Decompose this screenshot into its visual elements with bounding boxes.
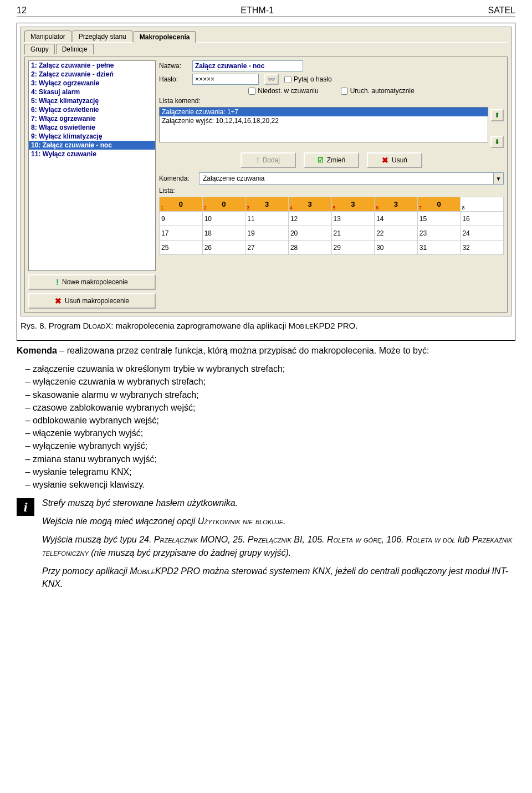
grid-cell[interactable]: 63 [375,197,418,212]
x-icon: ✖ [55,296,62,305]
grid-cell[interactable]: 31 [417,241,461,255]
grid-cell[interactable]: 27 [245,241,289,255]
bullet-item: załączenie czuwania w określonym trybie … [38,362,515,375]
change-label: Zmień [327,156,345,164]
grid-cell[interactable]: 11 [245,212,289,226]
macro-item[interactable]: 1: Załącz czuwanie - pełne [29,61,155,70]
grid-cell[interactable]: 21 [331,226,375,241]
uruch-label: Uruch. automatycznie [350,87,415,95]
info-icon: i [17,498,34,516]
bullet-item: odblokowanie wybranych wejść; [38,414,515,427]
macro-item[interactable]: 11: Wyłącz czuwanie [29,150,155,158]
macro-item[interactable]: 4: Skasuj alarm [29,88,155,96]
new-macro-button[interactable]: ! Nowe makropolecenie [28,274,156,290]
macro-listbox[interactable]: 1: Załącz czuwanie - pełne2: Załącz czuw… [28,60,156,271]
chevron-down-icon: ▼ [493,173,503,184]
note-1: Strefy muszą być sterowane hasłem użytko… [42,497,515,509]
note-text: Strefy muszą być sterowane hasłem użytko… [42,497,515,596]
macro-item[interactable]: 2: Załącz czuwanie - dzień [29,70,155,79]
add-button[interactable]: ! Dodaj [241,152,296,168]
bullet-list: załączenie czuwania w określonym trybie … [17,362,515,491]
grid-cell[interactable]: 16 [461,212,504,226]
grid-cell[interactable]: 24 [461,226,504,241]
tab-przeglady[interactable]: Przeglądy stanu [73,30,132,42]
grid-cell[interactable]: 12 [288,212,331,226]
page-num: 12 [17,6,27,16]
cmd-item[interactable]: Załączenie czuwania: 1÷7 [160,108,488,116]
check-icon: ☑ [318,156,324,164]
grid-cell[interactable]: 53 [331,197,375,212]
grid-cell[interactable]: 20 [202,197,245,212]
del-cmd-button[interactable]: ✖ Usuń [367,152,422,168]
grid-cell[interactable]: 43 [288,197,331,212]
move-down-button[interactable]: ⬇ [490,136,504,148]
komenda-label: Komenda: [159,175,193,182]
grid-cell[interactable]: 33 [245,197,289,212]
x-icon: ✖ [382,156,388,165]
uruch-checkbox[interactable] [341,88,348,95]
grid-cell[interactable]: 25 [160,241,203,255]
move-up-button[interactable]: ⬆ [490,109,504,121]
pytaj-checkbox-wrap[interactable]: Pytaj o hasło [284,75,332,83]
macro-item[interactable]: 6: Wyłącz oświetlenie [29,105,155,114]
zone-grid[interactable]: 1020334353637089101112131415161718192021… [159,197,504,255]
command-listbox[interactable]: Załączenie czuwania: 1÷7Załączenie wyjść… [159,107,488,142]
exclaim-icon: ! [56,278,59,286]
grid-cell[interactable]: 32 [461,241,504,255]
add-label: Dodaj [263,156,280,164]
subtab-grupy[interactable]: Grupy [24,44,55,54]
new-macro-label: Nowe makropolecenie [62,278,128,286]
page-title: ETHM-1 [241,6,274,16]
change-button[interactable]: ☑ Zmień [304,152,359,168]
grid-cell[interactable]: 18 [202,226,245,241]
niedost-checkbox[interactable] [248,88,255,95]
grid-cell[interactable]: 17 [160,226,203,241]
delete-macro-label: Usuń makropolecenie [65,297,129,305]
defn-term: Komenda [17,346,57,355]
grid-cell[interactable]: 23 [417,226,461,241]
delete-macro-button[interactable]: ✖ Usuń makropolecenie [28,293,156,309]
grid-cell[interactable]: 20 [288,226,331,241]
grid-cell[interactable]: 22 [375,226,418,241]
cmd-item[interactable]: Załączenie wyjść: 10,12,14,16,18,20,22 [160,116,488,125]
niedost-label: Niedost. w czuwaniu [258,87,318,95]
grid-cell[interactable]: 13 [331,212,375,226]
grid-cell[interactable]: 10 [160,197,203,212]
tab-manipulator[interactable]: Manipulator [24,30,71,42]
grid-cell[interactable]: 10 [202,212,245,226]
macro-item[interactable]: 9: Wyłącz klimatyzację [29,132,155,141]
grid-cell[interactable]: 70 [417,197,461,212]
right-column: Nazwa: Hasło: 👓 Pytaj o hasło Niedost. [159,60,504,309]
app-window: Manipulator Przeglądy stanu Makropolecen… [21,27,511,316]
macro-item[interactable]: 3: Wyłącz ogrzewanie [29,79,155,88]
bullet-item: wysłanie telegramu KNX; [38,465,515,478]
nazwa-input[interactable] [192,60,303,71]
grid-cell[interactable]: 28 [288,241,331,255]
grid-cell[interactable]: 15 [417,212,461,226]
defn-rest: – realizowana przez centralę funkcja, kt… [57,346,429,355]
niedost-checkbox-wrap[interactable]: Niedost. w czuwaniu [248,87,318,95]
macro-item[interactable]: 7: Włącz ogrzewanie [29,114,155,123]
macro-item[interactable]: 5: Włącz klimatyzację [29,96,155,105]
komenda-value: Załączenie czuwania [200,175,493,182]
pytaj-checkbox[interactable] [284,76,291,83]
grid-cell[interactable]: 19 [245,226,289,241]
reveal-password-button[interactable]: 👓 [264,74,279,85]
tab-makropolecenia[interactable]: Makropolecenia [134,31,196,43]
left-column: 1: Załącz czuwanie - pełne2: Załącz czuw… [28,60,156,309]
macro-item[interactable]: 8: Włącz oświetlenie [29,123,155,132]
grid-cell[interactable]: 30 [375,241,418,255]
main-tabs: Manipulator Przeglądy stanu Makropolecen… [24,30,508,43]
grid-cell[interactable]: 9 [160,212,203,226]
subtab-definicje[interactable]: Definicje [56,44,94,54]
note-2: Wejścia nie mogą mieć włączonej opcji Uż… [42,515,515,528]
macro-item[interactable]: 10: Załącz czuwanie - noc [29,141,155,150]
definition: Komenda – realizowana przez centralę fun… [17,344,515,357]
komenda-select[interactable]: Załączenie czuwania ▼ [199,172,504,185]
uruch-checkbox-wrap[interactable]: Uruch. automatycznie [341,87,415,95]
haslo-input[interactable] [192,74,259,85]
grid-cell[interactable]: 29 [331,241,375,255]
grid-cell[interactable]: 8 [461,197,504,212]
grid-cell[interactable]: 14 [375,212,418,226]
grid-cell[interactable]: 26 [202,241,245,255]
